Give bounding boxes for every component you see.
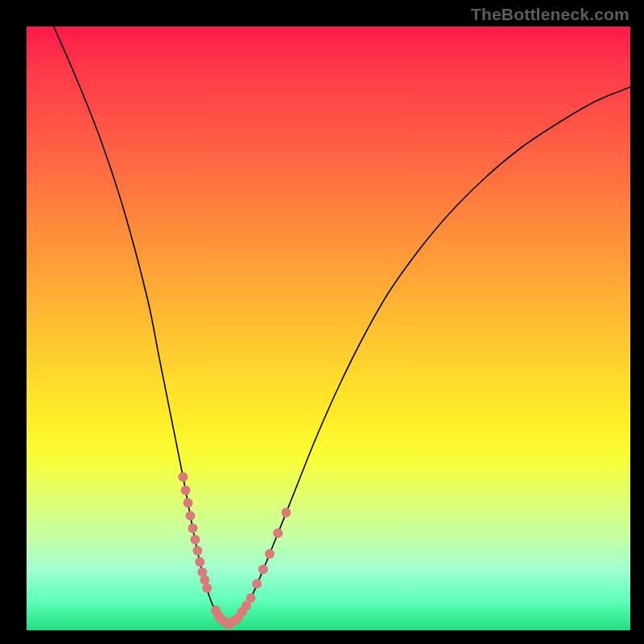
bead-marker [190, 535, 200, 544]
bead-marker [258, 564, 268, 574]
bead-marker [181, 485, 191, 495]
bead-marker [273, 528, 283, 538]
bead-marker [192, 546, 202, 555]
bead-marker [183, 498, 192, 508]
bead-marker [252, 579, 262, 588]
bead-marker [246, 593, 256, 603]
bead-marker [188, 523, 197, 533]
bead-marker [265, 549, 275, 559]
series-curve [54, 27, 630, 625]
chart-overlay [0, 0, 644, 644]
bead-marker [202, 584, 212, 593]
chart-frame: TheBottleneck.com [0, 0, 644, 644]
bead-marker [195, 557, 204, 567]
bead-marker [282, 508, 291, 518]
bead-marker [185, 511, 195, 521]
bead-marker [178, 473, 188, 482]
